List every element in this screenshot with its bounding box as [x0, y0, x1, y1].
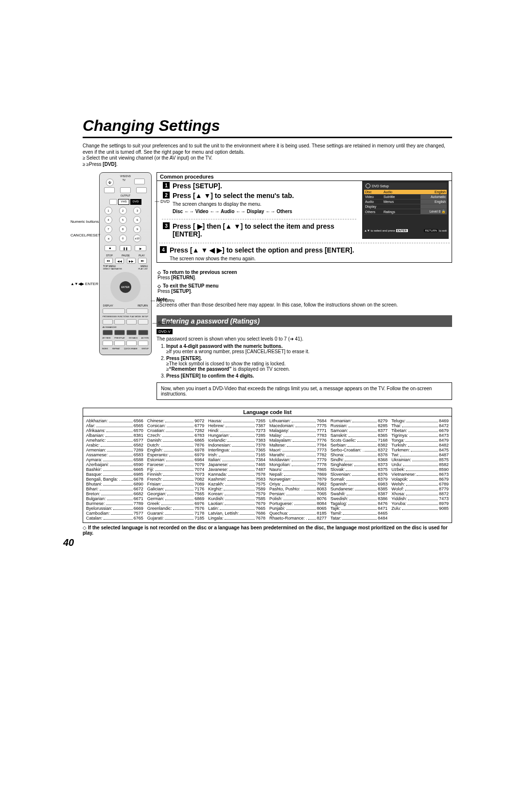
- playmode-label: PLAY MODE: [130, 315, 141, 318]
- num-7[interactable]: 7: [105, 225, 112, 233]
- lang-item: Sindhi:8368: [331, 457, 388, 462]
- step-num-2: 2: [163, 192, 170, 198]
- stop-label: STOP: [106, 254, 113, 257]
- lang-item: Swahili:8387: [331, 491, 388, 496]
- ratings-note-box: Now, when you insert a DVD-Video that ex…: [157, 382, 452, 400]
- lang-item: Wolof:8779: [391, 487, 449, 491]
- setup-screen-title: DVD Setup: [364, 183, 447, 189]
- exit-setup-title: To exit the SETUP menu: [157, 283, 452, 289]
- num-5[interactable]: 5: [119, 216, 127, 224]
- prog-label: PROGRESSIVE: [103, 315, 117, 318]
- lang-item: Yoruba:8979: [391, 501, 449, 506]
- exit-setup-body: Press [SETUP].: [157, 289, 452, 294]
- intro-text: Change the settings to suit your prefere…: [83, 143, 452, 155]
- output-btn[interactable]: [109, 199, 117, 205]
- num-6[interactable]: 6: [133, 216, 141, 224]
- dashed-rule-1: [162, 219, 356, 219]
- common-header: Common procedures: [157, 173, 452, 181]
- lang-item: Russian:8285: [331, 423, 388, 428]
- num-2[interactable]: 2: [119, 207, 127, 215]
- lang-item: Fiji:7074: [147, 467, 205, 472]
- color-1[interactable]: [103, 330, 113, 335]
- lang-item: Nepali:7869: [269, 472, 327, 477]
- setup-menu-table: DiscAudioEnglishVideoSubtitleAutomaticAu…: [364, 190, 447, 215]
- lang-column: Telugu:8469Thai:8472Tibetan:6679Tigrinya…: [391, 418, 449, 521]
- stop-button[interactable]: ■: [105, 245, 116, 251]
- color-3[interactable]: [126, 330, 137, 335]
- num-cancel[interactable]: ✕: [105, 235, 112, 242]
- prevplay-label: PREV/PLAY: [114, 337, 125, 339]
- lang-item: Galician:7176: [147, 487, 205, 491]
- return-btn[interactable]: [126, 308, 149, 314]
- lang-item: Afar:6565: [86, 423, 143, 428]
- tv-power[interactable]: [134, 179, 145, 184]
- setup-row: OthersRatingsLevel 8 🔒: [364, 209, 447, 215]
- lang-item: Samoan:8377: [331, 428, 388, 433]
- title-rule: [83, 137, 452, 138]
- step-2-sub: The screen changes to display the menu.: [160, 200, 358, 208]
- play-button[interactable]: ▶: [135, 245, 146, 251]
- power-button[interactable]: ⏻: [106, 179, 114, 186]
- bot-3[interactable]: [126, 341, 137, 346]
- lang-item: Maltese:7784: [269, 443, 327, 448]
- playmode-btn[interactable]: [126, 319, 137, 325]
- bot-1[interactable]: [103, 341, 113, 346]
- num-3[interactable]: 3: [133, 207, 141, 215]
- pause-button[interactable]: ❚❚: [120, 245, 131, 251]
- lang-item: Tajik:8471: [331, 506, 388, 511]
- menu-chain: Disc ←→ Video ←→ Audio ←→ Display ←→ Oth…: [160, 208, 358, 217]
- cancel-label: CANCEL/RESET: [70, 233, 98, 237]
- lang-item: Slovak:8375: [331, 467, 388, 472]
- color-2[interactable]: [114, 330, 124, 335]
- ff[interactable]: ▶▶: [127, 258, 136, 264]
- color-4[interactable]: [138, 330, 148, 335]
- skip-back[interactable]: ⏮: [104, 258, 113, 264]
- num-1[interactable]: 1: [105, 207, 112, 215]
- setup-callout: — SETUP: [152, 321, 173, 325]
- num-8[interactable]: 8: [119, 225, 127, 233]
- tv-btn-2[interactable]: [120, 187, 131, 193]
- lang-item: Kashmiri:7583: [208, 477, 265, 482]
- lang-item: Serbo-Croatian: .8372: [331, 448, 388, 452]
- tv-btn-1[interactable]: [104, 187, 115, 193]
- lang-item: Zulu:9085: [391, 506, 449, 511]
- goback-label: GO BACK: [129, 337, 138, 339]
- lang-item: Catalan:6765: [86, 516, 143, 521]
- lang-item: Scots Gaelic:7168: [331, 438, 388, 443]
- step-2: Press [▲ ▼] to select the menu's tab.: [173, 192, 294, 199]
- num-0[interactable]: 0: [119, 235, 127, 242]
- setup-row: AudioMenusEnglish: [364, 199, 447, 204]
- rew[interactable]: ◀◀: [115, 258, 124, 264]
- nav-pad[interactable]: ENTER: [110, 272, 140, 302]
- tv-btn-3[interactable]: [136, 187, 147, 193]
- dvdv-badge: DVD-V: [157, 329, 173, 334]
- setup-btn[interactable]: [138, 319, 148, 325]
- enter-button[interactable]: ENTER: [120, 281, 131, 293]
- lang-item: Bulgarian:6671: [86, 496, 143, 501]
- prog-btn[interactable]: [103, 319, 113, 325]
- skip-fwd[interactable]: ⏭: [138, 258, 147, 264]
- lang-item: Korean:7579: [208, 491, 265, 496]
- num-4[interactable]: 4: [105, 216, 112, 224]
- step-num-3: 3: [163, 222, 170, 229]
- func-btn[interactable]: [114, 319, 124, 325]
- numeric-label: Numeric buttons: [70, 219, 98, 224]
- lang-item: Greenlandic:7576: [147, 506, 205, 511]
- lang-item: Shona:8378: [331, 452, 388, 457]
- num-plus10[interactable]: ≥10: [133, 235, 141, 242]
- lang-item: Malayalam:7776: [269, 438, 327, 443]
- setup-screen-preview: DVD Setup DiscAudioEnglishVideoSubtitleA…: [362, 181, 449, 239]
- display-btn[interactable]: [103, 308, 125, 314]
- bot-2[interactable]: [114, 341, 124, 346]
- common-procedures-box: Common procedures 1Press [SETUP]. 2Press…: [157, 172, 452, 263]
- num-9[interactable]: 9: [133, 225, 141, 233]
- lang-item: Romanian:8279: [331, 418, 388, 423]
- bot-4[interactable]: [138, 341, 148, 346]
- lang-item: Basque:6985: [86, 472, 143, 477]
- step-4-sub: The screen now shows the menu again.: [157, 255, 452, 262]
- lang-item: Ukrainian:8575: [391, 457, 449, 462]
- language-code-box: Language code list Abkhazian:6566Afar:65…: [83, 408, 452, 523]
- lang-item: Tagalog:8476: [331, 501, 388, 506]
- lang-item: Xhosa:8872: [391, 491, 449, 496]
- lang-item: Punjabi:8065: [269, 506, 327, 511]
